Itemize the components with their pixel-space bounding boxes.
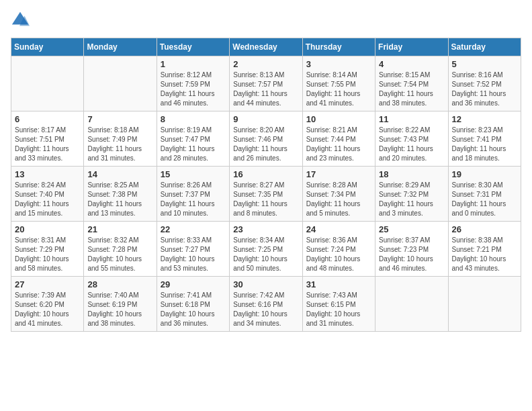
day-info: Sunrise: 8:28 AM Sunset: 7:34 PM Dayligh… [306, 181, 371, 218]
day-number: 3 [306, 59, 371, 69]
day-number: 30 [233, 279, 298, 289]
day-number: 14 [87, 169, 152, 179]
day-number: 11 [379, 114, 444, 124]
calendar-cell: 10Sunrise: 8:21 AM Sunset: 7:44 PM Dayli… [302, 111, 375, 167]
day-number: 22 [161, 224, 226, 234]
calendar-cell: 1Sunrise: 8:12 AM Sunset: 7:59 PM Daylig… [157, 56, 229, 111]
day-number: 6 [15, 114, 80, 124]
day-info: Sunrise: 7:39 AM Sunset: 6:20 PM Dayligh… [15, 291, 80, 328]
day-number: 12 [452, 114, 517, 124]
day-info: Sunrise: 8:34 AM Sunset: 7:25 PM Dayligh… [233, 236, 298, 273]
day-info: Sunrise: 8:27 AM Sunset: 7:35 PM Dayligh… [233, 181, 298, 218]
day-info: Sunrise: 8:36 AM Sunset: 7:24 PM Dayligh… [306, 236, 371, 273]
day-number: 18 [379, 169, 444, 179]
day-info: Sunrise: 8:23 AM Sunset: 7:41 PM Dayligh… [452, 126, 517, 163]
day-info: Sunrise: 8:38 AM Sunset: 7:21 PM Dayligh… [452, 236, 517, 273]
calendar-cell: 2Sunrise: 8:13 AM Sunset: 7:57 PM Daylig… [230, 56, 302, 111]
calendar-cell: 29Sunrise: 7:41 AM Sunset: 6:18 PM Dayli… [157, 277, 229, 332]
day-info: Sunrise: 8:19 AM Sunset: 7:47 PM Dayligh… [161, 126, 226, 163]
calendar-cell: 30Sunrise: 7:42 AM Sunset: 6:16 PM Dayli… [230, 277, 302, 332]
page-header [11, 11, 521, 30]
calendar-cell: 12Sunrise: 8:23 AM Sunset: 7:41 PM Dayli… [448, 111, 521, 167]
day-info: Sunrise: 8:30 AM Sunset: 7:31 PM Dayligh… [452, 181, 517, 218]
calendar-cell [375, 277, 448, 332]
column-header-thursday: Thursday [302, 38, 375, 56]
day-number: 5 [452, 59, 517, 69]
day-number: 10 [306, 114, 371, 124]
day-info: Sunrise: 8:33 AM Sunset: 7:27 PM Dayligh… [161, 236, 226, 273]
calendar-week-row: 13Sunrise: 8:24 AM Sunset: 7:40 PM Dayli… [11, 167, 521, 222]
day-info: Sunrise: 8:16 AM Sunset: 7:52 PM Dayligh… [452, 71, 517, 108]
day-info: Sunrise: 8:29 AM Sunset: 7:32 PM Dayligh… [379, 181, 444, 218]
calendar-cell: 24Sunrise: 8:36 AM Sunset: 7:24 PM Dayli… [302, 222, 375, 277]
calendar-cell: 16Sunrise: 8:27 AM Sunset: 7:35 PM Dayli… [230, 167, 302, 222]
day-info: Sunrise: 8:12 AM Sunset: 7:59 PM Dayligh… [161, 71, 226, 108]
calendar-cell: 3Sunrise: 8:14 AM Sunset: 7:55 PM Daylig… [302, 56, 375, 111]
day-number: 26 [452, 224, 517, 234]
column-header-monday: Monday [84, 38, 157, 56]
calendar-cell: 9Sunrise: 8:20 AM Sunset: 7:46 PM Daylig… [230, 111, 302, 167]
day-number: 4 [379, 59, 444, 69]
day-info: Sunrise: 7:43 AM Sunset: 6:15 PM Dayligh… [306, 291, 371, 328]
day-info: Sunrise: 8:21 AM Sunset: 7:44 PM Dayligh… [306, 126, 371, 163]
calendar-cell: 6Sunrise: 8:17 AM Sunset: 7:51 PM Daylig… [11, 111, 84, 167]
day-info: Sunrise: 8:18 AM Sunset: 7:49 PM Dayligh… [87, 126, 152, 163]
calendar-cell: 13Sunrise: 8:24 AM Sunset: 7:40 PM Dayli… [11, 167, 84, 222]
column-header-saturday: Saturday [448, 38, 521, 56]
calendar-cell: 27Sunrise: 7:39 AM Sunset: 6:20 PM Dayli… [11, 277, 84, 332]
calendar-cell: 15Sunrise: 8:26 AM Sunset: 7:37 PM Dayli… [157, 167, 229, 222]
calendar-table: SundayMondayTuesdayWednesdayThursdayFrid… [11, 38, 521, 332]
calendar-cell: 8Sunrise: 8:19 AM Sunset: 7:47 PM Daylig… [157, 111, 229, 167]
day-info: Sunrise: 8:24 AM Sunset: 7:40 PM Dayligh… [15, 181, 80, 218]
day-number: 2 [233, 59, 298, 69]
calendar-cell: 18Sunrise: 8:29 AM Sunset: 7:32 PM Dayli… [375, 167, 448, 222]
day-number: 28 [87, 279, 152, 289]
day-number: 17 [306, 169, 371, 179]
calendar-cell [84, 56, 157, 111]
day-info: Sunrise: 8:14 AM Sunset: 7:55 PM Dayligh… [306, 71, 371, 108]
calendar-header-row: SundayMondayTuesdayWednesdayThursdayFrid… [11, 38, 521, 56]
day-info: Sunrise: 8:32 AM Sunset: 7:28 PM Dayligh… [87, 236, 152, 273]
calendar-week-row: 20Sunrise: 8:31 AM Sunset: 7:29 PM Dayli… [11, 222, 521, 277]
calendar-cell: 4Sunrise: 8:15 AM Sunset: 7:54 PM Daylig… [375, 56, 448, 111]
calendar-cell [11, 56, 84, 111]
calendar-cell: 11Sunrise: 8:22 AM Sunset: 7:43 PM Dayli… [375, 111, 448, 167]
calendar-body: 1Sunrise: 8:12 AM Sunset: 7:59 PM Daylig… [11, 56, 521, 332]
calendar-cell: 19Sunrise: 8:30 AM Sunset: 7:31 PM Dayli… [448, 167, 521, 222]
calendar-cell: 5Sunrise: 8:16 AM Sunset: 7:52 PM Daylig… [448, 56, 521, 111]
day-number: 16 [233, 169, 298, 179]
day-number: 15 [161, 169, 226, 179]
calendar-cell: 25Sunrise: 8:37 AM Sunset: 7:23 PM Dayli… [375, 222, 448, 277]
logo-icon [11, 11, 30, 30]
day-number: 23 [233, 224, 298, 234]
day-info: Sunrise: 8:25 AM Sunset: 7:38 PM Dayligh… [87, 181, 152, 218]
column-header-wednesday: Wednesday [230, 38, 302, 56]
day-number: 29 [161, 279, 226, 289]
day-info: Sunrise: 7:42 AM Sunset: 6:16 PM Dayligh… [233, 291, 298, 328]
logo [11, 11, 32, 30]
calendar-cell: 22Sunrise: 8:33 AM Sunset: 7:27 PM Dayli… [157, 222, 229, 277]
day-info: Sunrise: 7:40 AM Sunset: 6:19 PM Dayligh… [87, 291, 152, 328]
day-number: 7 [87, 114, 152, 124]
day-info: Sunrise: 8:31 AM Sunset: 7:29 PM Dayligh… [15, 236, 80, 273]
calendar-cell: 17Sunrise: 8:28 AM Sunset: 7:34 PM Dayli… [302, 167, 375, 222]
day-number: 31 [306, 279, 371, 289]
day-number: 13 [15, 169, 80, 179]
column-header-sunday: Sunday [11, 38, 84, 56]
calendar-week-row: 1Sunrise: 8:12 AM Sunset: 7:59 PM Daylig… [11, 56, 521, 111]
calendar-week-row: 27Sunrise: 7:39 AM Sunset: 6:20 PM Dayli… [11, 277, 521, 332]
day-info: Sunrise: 8:17 AM Sunset: 7:51 PM Dayligh… [15, 126, 80, 163]
day-number: 24 [306, 224, 371, 234]
day-number: 27 [15, 279, 80, 289]
calendar-cell: 20Sunrise: 8:31 AM Sunset: 7:29 PM Dayli… [11, 222, 84, 277]
day-info: Sunrise: 7:41 AM Sunset: 6:18 PM Dayligh… [161, 291, 226, 328]
calendar-cell: 26Sunrise: 8:38 AM Sunset: 7:21 PM Dayli… [448, 222, 521, 277]
calendar-cell: 21Sunrise: 8:32 AM Sunset: 7:28 PM Dayli… [84, 222, 157, 277]
day-info: Sunrise: 8:22 AM Sunset: 7:43 PM Dayligh… [379, 126, 444, 163]
day-number: 20 [15, 224, 80, 234]
day-info: Sunrise: 8:37 AM Sunset: 7:23 PM Dayligh… [379, 236, 444, 273]
calendar-cell: 14Sunrise: 8:25 AM Sunset: 7:38 PM Dayli… [84, 167, 157, 222]
calendar-cell [448, 277, 521, 332]
column-header-friday: Friday [375, 38, 448, 56]
calendar-week-row: 6Sunrise: 8:17 AM Sunset: 7:51 PM Daylig… [11, 111, 521, 167]
